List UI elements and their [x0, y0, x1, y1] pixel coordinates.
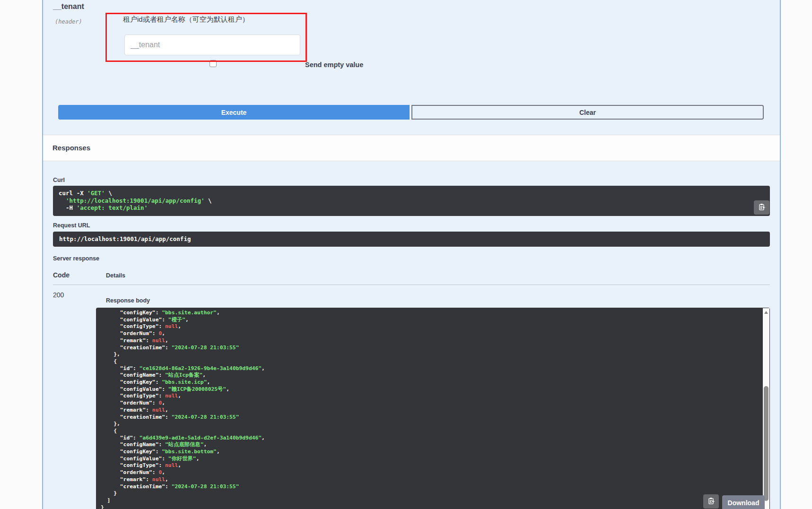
- curl-label: Curl: [53, 177, 65, 183]
- parameter-location: (header): [55, 18, 82, 25]
- code-line: },: [101, 351, 765, 358]
- code-line: "orderNum": 0,: [101, 330, 765, 337]
- response-scrollbar[interactable]: [763, 308, 769, 509]
- code-line: -H 'accept: text/plain': [59, 204, 764, 212]
- parameter-description: 租户id或者租户名称（可空为默认租户）: [123, 15, 249, 24]
- scroll-up-arrow-icon[interactable]: [764, 311, 768, 314]
- code-line: "configName": "站点底部信息",: [101, 441, 765, 449]
- code-line: "orderNum": 0,: [101, 469, 765, 476]
- code-line: "configValue": "橙子",: [101, 317, 765, 324]
- server-response-label: Server response: [53, 255, 99, 262]
- curl-copy-button[interactable]: [754, 200, 769, 215]
- code-line: "creationTime": "2024-07-28 21:03:55": [101, 483, 765, 491]
- code-line: "creationTime": "2024-07-28 21:03:55": [101, 345, 765, 352]
- responses-title: Responses: [52, 144, 90, 152]
- parameter-name: __tenant: [53, 2, 84, 11]
- code-line: {: [101, 358, 765, 365]
- code-line: "id": "ce1628d4-86a2-1926-9b4e-3a140b9d9…: [101, 365, 765, 372]
- swagger-operation-panel: __tenant (header) 租户id或者租户名称（可空为默认租户） Se…: [0, 0, 812, 509]
- tenant-input[interactable]: [124, 35, 300, 55]
- code-line: "configValue": "你好世界",: [101, 456, 765, 463]
- code-line: "configValue": "赣ICP备20008025号",: [101, 386, 765, 393]
- code-line: curl -X 'GET' \: [59, 190, 764, 197]
- response-copy-button[interactable]: [703, 494, 719, 509]
- code-line: "configKey": "bbs.site.author",: [101, 310, 765, 317]
- code-line: "configType": null,: [101, 323, 765, 330]
- curl-code-block: curl -X 'GET' \ 'http://localhost:19001/…: [53, 186, 770, 216]
- code-line: "remark": null,: [101, 337, 765, 345]
- code-line: 'http://localhost:19001/api/app/config' …: [59, 197, 764, 205]
- request-url-label: Request URL: [53, 222, 90, 229]
- response-body-block[interactable]: "configKey": "bbs.site.author", "configV…: [96, 308, 770, 509]
- details-column-header: Details: [106, 272, 125, 279]
- code-line: }: [101, 490, 765, 497]
- code-line: "id": "a6d439e9-ad1e-5a1d-d2ef-3a140b9d9…: [101, 435, 765, 442]
- code-line: },: [101, 421, 765, 428]
- code-line: "orderNum": 0,: [101, 400, 765, 407]
- clear-button[interactable]: Clear: [411, 105, 764, 120]
- send-empty-label: Send empty value: [305, 61, 363, 69]
- table-header-divider: [53, 285, 770, 285]
- code-line: }: [101, 504, 765, 509]
- responses-header-band: [43, 135, 780, 161]
- code-column-header: Code: [53, 271, 70, 279]
- scrollbar-thumb[interactable]: [764, 386, 768, 501]
- clipboard-icon: [758, 203, 766, 212]
- response-status-code: 200: [53, 291, 64, 299]
- code-line: {: [101, 428, 765, 435]
- clipboard-icon: [707, 497, 715, 506]
- execute-button[interactable]: Execute: [58, 105, 410, 120]
- send-empty-checkbox[interactable]: [210, 60, 217, 67]
- code-line: "configType": null,: [101, 462, 765, 469]
- response-body-label: Response body: [106, 297, 150, 304]
- code-line: "remark": null,: [101, 476, 765, 483]
- download-button[interactable]: Download: [722, 495, 765, 509]
- code-line: "remark": null,: [101, 407, 765, 414]
- code-line: "configType": null,: [101, 393, 765, 400]
- code-line: ]: [101, 497, 765, 504]
- code-line: "configKey": "bbs.site.icp",: [101, 379, 765, 386]
- code-line: "creationTime": "2024-07-28 21:03:55": [101, 414, 765, 421]
- code-line: "configKey": "bbs.site.bottom",: [101, 449, 765, 456]
- code-line: "configName": "站点Icp备案",: [101, 372, 765, 379]
- request-url-value: http://localhost:19001/api/app/config: [53, 232, 770, 247]
